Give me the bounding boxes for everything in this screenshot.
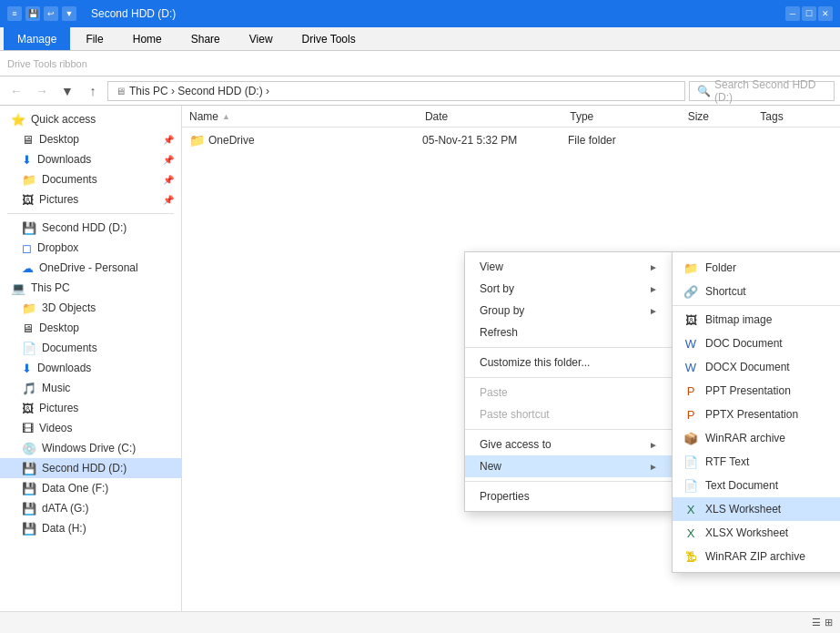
sidebar-item-downloads[interactable]: ⬇ Downloads 📌 <box>0 149 181 169</box>
table-row[interactable]: 📁 OneDrive 05-Nov-21 5:32 PM File folder <box>182 128 840 153</box>
list-view-icon[interactable]: ☰ <box>812 617 821 628</box>
sidebar-label: Second HDD (D:) <box>42 462 127 475</box>
tab-home[interactable]: Home <box>119 27 176 50</box>
forward-button[interactable]: → <box>31 80 53 102</box>
sidebar-item-desktop[interactable]: 🖥 Desktop 📌 <box>0 129 181 149</box>
sub-pptx[interactable]: P PPTX Presentation <box>673 403 840 426</box>
col-tags[interactable]: Tags <box>760 110 833 123</box>
minimize-button[interactable]: ─ <box>785 6 800 21</box>
sidebar-item-dropbox[interactable]: ◻ Dropbox <box>0 238 181 258</box>
sidebar-label: Data One (F:) <box>42 482 108 495</box>
col-type[interactable]: Type <box>570 110 687 123</box>
tab-file[interactable]: File <box>72 27 116 50</box>
sidebar-item-onedrive[interactable]: ☁ OneDrive - Personal <box>0 258 181 278</box>
sidebar-item-documents[interactable]: 📁 Documents 📌 <box>0 169 181 189</box>
col-name[interactable]: Name ▲ <box>189 110 425 123</box>
search-box[interactable]: 🔍 Search Second HDD (D:) <box>689 81 835 101</box>
ctx-group[interactable]: Group by ► <box>465 300 673 322</box>
datag-icon: 💾 <box>22 502 36 516</box>
sub-docx[interactable]: W DOCX Document <box>673 355 840 379</box>
hdd2-icon: 💾 <box>22 462 36 475</box>
back-button[interactable]: ← <box>5 80 27 102</box>
sidebar-label: Pictures <box>39 402 78 414</box>
sidebar-item-3dobjects[interactable]: 📁 3D Objects <box>0 298 181 318</box>
ctx-paste-shortcut-label: Paste shortcut <box>480 408 550 421</box>
sidebar-item-second-hdd-top[interactable]: 💾 Second HDD (D:) <box>0 218 181 238</box>
sidebar-item-windows-drive[interactable]: 💿 Windows Drive (C:) <box>0 438 181 458</box>
recent-locations-button[interactable]: ▼ <box>56 80 78 102</box>
ctx-customize-label: Customize this folder... <box>480 356 590 369</box>
ctx-properties[interactable]: Properties <box>465 485 673 507</box>
datah-icon: 💾 <box>22 522 36 536</box>
ctx-new[interactable]: New ► <box>465 455 673 477</box>
xlsx-icon: X <box>683 526 698 540</box>
sub-folder[interactable]: 📁 Folder <box>673 256 840 280</box>
pictures-icon: 🖼 <box>22 193 34 207</box>
ctx-give-access[interactable]: Give access to ► <box>465 434 673 455</box>
sub-xlsx-label: XLSX Worksheet <box>705 526 788 539</box>
sidebar-item-videos[interactable]: 🎞 Videos <box>0 418 181 438</box>
quick-access-icon: ≡ <box>7 6 22 21</box>
pin-icon: 📌 <box>163 155 174 165</box>
tab-drive-tools[interactable]: Drive Tools <box>288 27 369 50</box>
ctx-give-access-label: Give access to <box>480 438 552 451</box>
sidebar-item-desktop2[interactable]: 🖥 Desktop <box>0 318 181 338</box>
winrar-icon: 📦 <box>683 431 698 445</box>
maximize-button[interactable]: ☐ <box>802 6 816 21</box>
ctx-paste-shortcut[interactable]: Paste shortcut <box>465 403 673 425</box>
ctx-paste[interactable]: Paste <box>465 382 673 403</box>
dropbox-icon: ◻ <box>22 241 32 255</box>
cdrive-icon: 💿 <box>22 442 36 455</box>
documents-icon: 📁 <box>22 173 36 187</box>
sidebar-item-data-one[interactable]: 💾 Data One (F:) <box>0 478 181 498</box>
ctx-refresh[interactable]: Refresh <box>465 322 673 343</box>
address-text: This PC › Second HDD (D:) › <box>129 85 269 97</box>
up-button[interactable]: ↑ <box>82 80 104 102</box>
sub-winrar[interactable]: 📦 WinRAR archive <box>673 426 840 450</box>
sidebar-item-data-g[interactable]: 💾 dATA (G:) <box>0 498 181 518</box>
tab-view[interactable]: View <box>236 27 287 50</box>
sidebar-item-pictures[interactable]: 🖼 Pictures 📌 <box>0 189 181 209</box>
ctx-refresh-label: Refresh <box>480 326 518 339</box>
sub-xls[interactable]: X XLS Worksheet <box>673 497 840 521</box>
sub-shortcut[interactable]: 🔗 Shortcut <box>673 280 840 303</box>
music-icon: 🎵 <box>22 382 36 395</box>
sub-rtf[interactable]: 📄 RTF Text <box>673 450 840 474</box>
sub-ppt-label: PPT Presentation <box>705 384 791 397</box>
ctx-view[interactable]: View ► <box>465 256 673 278</box>
ctx-sort[interactable]: Sort by ► <box>465 278 673 300</box>
sidebar-label: Dropbox <box>37 241 78 254</box>
ctx-customize[interactable]: Customize this folder... <box>465 352 673 373</box>
pin-icon: 📌 <box>163 195 174 205</box>
sidebar-item-data-h[interactable]: 💾 Data (H:) <box>0 518 181 538</box>
sub-doc[interactable]: W DOC Document <box>673 332 840 355</box>
file-date: 05-Nov-21 5:32 PM <box>422 134 562 147</box>
sub-ppt[interactable]: P PPT Presentation <box>673 379 840 403</box>
sidebar-item-music[interactable]: 🎵 Music <box>0 378 181 398</box>
sidebar-item-downloads2[interactable]: ⬇ Downloads <box>0 358 181 378</box>
tab-share[interactable]: Share <box>177 27 234 50</box>
address-path[interactable]: 🖥 This PC › Second HDD (D:) › <box>107 81 685 101</box>
sidebar-label: Second HDD (D:) <box>42 221 127 234</box>
ribbon-tabs: Manage File Home Share View Drive Tools <box>0 27 840 51</box>
sub-zip[interactable]: 🗜 WinRAR ZIP archive <box>673 545 840 568</box>
sidebar-item-documents2[interactable]: 📄 Documents <box>0 338 181 358</box>
col-size[interactable]: Size <box>688 110 761 123</box>
sub-xlsx[interactable]: X XLSX Worksheet <box>673 521 840 545</box>
sub-textdoc[interactable]: 📄 Text Document <box>673 474 840 497</box>
sidebar-item-quick-access[interactable]: ⭐ Quick access <box>0 109 181 129</box>
col-date[interactable]: Date <box>425 110 570 123</box>
sidebar-item-this-pc[interactable]: 💻 This PC <box>0 278 181 298</box>
sort-arrow: ▲ <box>222 112 230 121</box>
sub-textdoc-label: Text Document <box>705 479 778 492</box>
sidebar-item-second-hdd[interactable]: 💾 Second HDD (D:) <box>0 458 181 478</box>
3d-icon: 📁 <box>22 301 36 315</box>
close-button[interactable]: ✕ <box>818 6 833 21</box>
sidebar-label: Desktop <box>39 322 79 334</box>
rtf-icon: 📄 <box>683 454 698 469</box>
search-icon: 🔍 <box>697 85 711 97</box>
sub-bitmap[interactable]: 🖼 Bitmap image <box>673 308 840 332</box>
sidebar-item-pictures2[interactable]: 🖼 Pictures <box>0 398 181 418</box>
tab-manage[interactable]: Manage <box>4 27 70 50</box>
grid-view-icon[interactable]: ⊞ <box>825 617 833 628</box>
